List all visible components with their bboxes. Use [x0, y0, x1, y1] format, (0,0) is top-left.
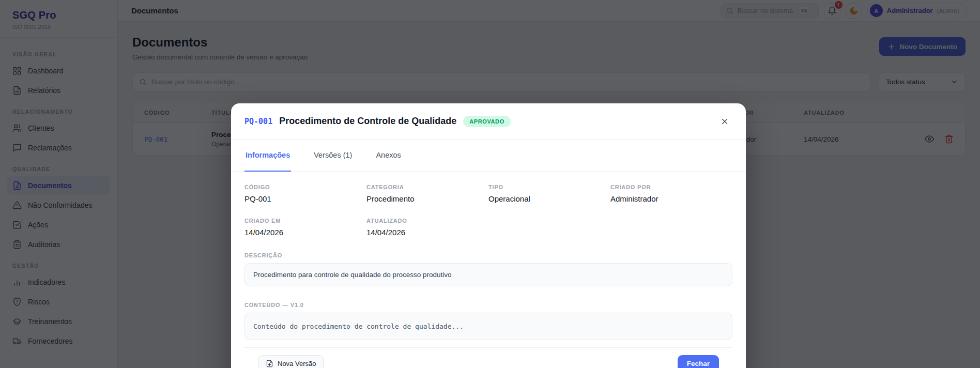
modal-title: Procedimento de Controle de Qualidade: [279, 116, 456, 127]
new-version-label: Nova Versão: [278, 360, 316, 367]
description-label: Descrição: [244, 252, 732, 258]
field-value: Operacional: [488, 194, 610, 203]
document-modal: PQ-001 Procedimento de Controle de Quali…: [231, 103, 746, 368]
status-badge: APROVADO: [463, 116, 511, 127]
description-box: Procedimento para controle de qualidade …: [244, 263, 732, 286]
field-label: Atualizado: [366, 218, 488, 224]
field-categoria: Categoria Procedimento: [366, 184, 488, 203]
tab-versoes[interactable]: Versões (1): [313, 140, 353, 172]
app-screen: SGQ Pro ISO 9001:2015 Visão Geral Dashbo…: [0, 0, 980, 368]
field-atualizado: Atualizado 14/04/2026: [366, 218, 488, 237]
modal-body: Código PQ-001 Categoria Procedimento Tip…: [231, 172, 746, 368]
info-grid: Código PQ-001 Categoria Procedimento Tip…: [244, 184, 732, 237]
content-label: Conteúdo — V1.0: [244, 302, 732, 308]
field-label: Criado em: [244, 218, 366, 224]
field-value: Administrador: [610, 194, 732, 203]
field-value: 14/04/2026: [366, 228, 488, 237]
field-label: Criado por: [610, 184, 732, 190]
field-value: Procedimento: [366, 194, 488, 203]
file-plus-icon: [266, 360, 273, 367]
tab-anexos[interactable]: Anexos: [375, 140, 402, 172]
modal-tabs: Informações Versões (1) Anexos: [231, 140, 746, 172]
description-section: Descrição Procedimento para controle de …: [244, 252, 732, 286]
close-modal-button[interactable]: Fechar: [678, 355, 719, 368]
field-label: Código: [244, 184, 366, 190]
field-criado-por: Criado por Administrador: [610, 184, 732, 203]
field-criado-em: Criado em 14/04/2026: [244, 218, 366, 237]
field-value: 14/04/2026: [244, 228, 366, 237]
modal-document-code: PQ-001: [244, 117, 272, 126]
field-tipo: Tipo Operacional: [488, 184, 610, 203]
field-codigo: Código PQ-001: [244, 184, 366, 203]
close-icon: [720, 117, 729, 126]
tab-informacoes[interactable]: Informações: [244, 140, 291, 172]
field-label: Tipo: [488, 184, 610, 190]
content-section: Conteúdo — V1.0 Conteúdo do procedimento…: [244, 302, 732, 340]
field-label: Categoria: [366, 184, 488, 190]
field-value: PQ-001: [244, 194, 366, 203]
modal-header: PQ-001 Procedimento de Controle de Quali…: [231, 103, 746, 140]
close-button[interactable]: [717, 114, 732, 129]
new-version-button[interactable]: Nova Versão: [258, 355, 324, 368]
modal-footer: Nova Versão Fechar: [244, 347, 732, 368]
content-box: Conteúdo do procedimento de controle de …: [244, 313, 732, 340]
